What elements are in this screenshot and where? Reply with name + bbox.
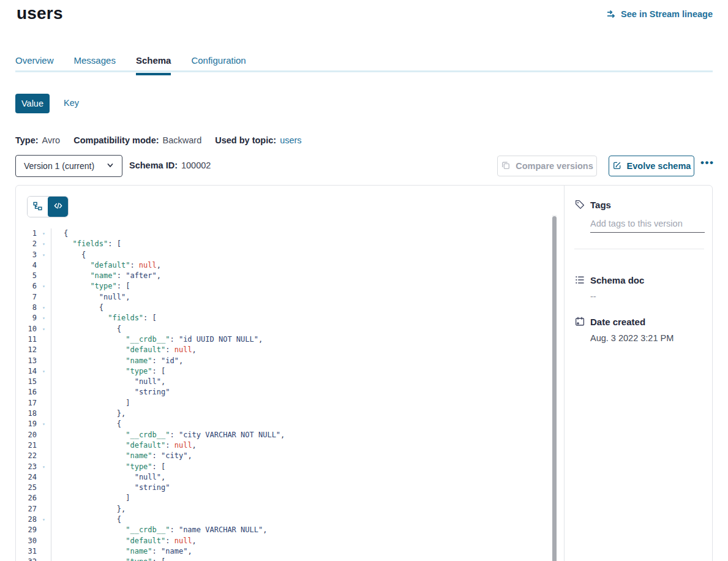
code-text: "null", [51,377,552,387]
schema-doc-value: -- [590,292,704,301]
fold-toggle-icon[interactable]: ▾ [37,303,51,313]
line-number: 27 [16,504,37,514]
tags-section: Tags [574,199,704,233]
version-select-value: Version 1 (current) [24,161,94,171]
tree-view-button[interactable] [28,197,48,217]
code-line: 15"null", [16,377,552,387]
fold-toggle-icon[interactable]: ▾ [37,250,51,260]
line-number: 24 [16,472,37,483]
fold-toggle-icon[interactable]: ▾ [37,239,51,249]
fold-spacer [37,345,51,355]
code-text: "default": null, [51,260,552,271]
line-number: 23 [16,462,37,472]
compatibility-value: Backward [163,135,202,145]
tab-overview[interactable]: Overview [15,55,54,75]
fold-toggle-icon[interactable]: ▾ [37,366,51,377]
used-by-topic-link[interactable]: users [280,135,301,145]
stream-lineage-icon [606,9,617,20]
code-line: 21"default": null, [16,440,552,451]
code-text: "name": "id", [51,356,552,366]
code-text: "type": [ [51,281,552,292]
fold-spacer [37,271,51,281]
stream-lineage-link[interactable]: See in Stream lineage [606,9,713,20]
code-line: 8▾{ [16,303,552,313]
fold-spacer [37,483,51,493]
fold-spacer [37,536,51,546]
tab-schema[interactable]: Schema [136,55,171,75]
evolve-schema-button[interactable]: Evolve schema [609,156,694,176]
fold-toggle-icon[interactable]: ▾ [37,514,51,525]
code-line: 25"string" [16,483,552,493]
fold-toggle-icon[interactable]: ▾ [37,324,51,334]
code-line: 31"name": "name", [16,546,552,557]
code-editor[interactable]: 1▾{2▾"fields": [3▾{4"default": null,5"na… [16,228,552,561]
code-text: { [51,514,552,525]
fold-spacer [37,525,51,535]
code-text: "__crdb__": "id UUID NOT NULL", [51,334,552,345]
code-line: 18}, [16,409,552,419]
code-line: 11"__crdb__": "id UUID NOT NULL", [16,334,552,345]
fold-toggle-icon[interactable]: ▾ [37,557,51,561]
code-text: { [51,250,552,260]
tags-input[interactable] [590,219,705,233]
line-number: 16 [16,387,37,397]
value-toggle-button[interactable]: Value [15,94,50,113]
code-line: 30"default": null, [16,536,552,546]
fold-spacer [37,493,51,503]
list-icon [574,274,585,285]
type-label: Type: [15,135,39,145]
line-number: 26 [16,493,37,503]
fold-toggle-icon[interactable]: ▾ [37,313,51,323]
fold-toggle-icon[interactable]: ▾ [37,228,51,239]
schema-id-value: 100002 [181,160,211,170]
code-line: 9▾"fields": [ [16,313,552,323]
code-text: "fields": [ [51,239,552,249]
editor-scrollbar-thumb[interactable] [552,216,557,561]
compare-versions-button[interactable]: Compare versions [497,156,597,176]
schema-id-label: Schema ID: [129,160,178,170]
date-created-value: Aug. 3 2022 3:21 PM [590,333,704,343]
code-line: 28▾{ [16,514,552,525]
version-select[interactable]: Version 1 (current) [15,155,122,177]
fold-spacer [37,451,51,461]
code-text: "null", [51,472,552,483]
line-number: 11 [16,334,37,345]
more-actions-button[interactable]: ••• [700,157,714,169]
fold-spacer [37,387,51,397]
line-number: 4 [16,260,37,271]
line-number: 8 [16,303,37,313]
fold-spacer [37,398,51,409]
key-toggle-link[interactable]: Key [64,98,79,108]
line-number: 19 [16,419,37,429]
code-text: "string" [51,387,552,397]
line-number: 25 [16,483,37,493]
schema-doc-title: Schema doc [590,275,644,285]
tab-configuration[interactable]: Configuration [191,55,246,75]
schema-meta-row: Type: Avro Compatibility mode: Backward … [15,135,302,145]
type-value: Avro [42,135,61,145]
tab-messages[interactable]: Messages [74,55,116,75]
tree-view-icon [32,201,43,213]
schema-id: Schema ID: 100002 [129,160,211,170]
code-text: "fields": [ [51,313,552,323]
code-view-button[interactable] [48,197,68,217]
fold-spacer [37,472,51,483]
fold-toggle-icon[interactable]: ▾ [37,281,51,292]
code-line: 17] [16,398,552,409]
stream-lineage-label: See in Stream lineage [621,9,713,19]
fold-toggle-icon[interactable]: ▾ [37,462,51,472]
editor-mode-toggle [27,196,69,217]
evolve-schema-label: Evolve schema [627,161,691,171]
line-number: 22 [16,451,37,461]
line-number: 9 [16,313,37,323]
line-number: 1 [16,228,37,239]
fold-spacer [37,377,51,387]
code-line: 2▾"fields": [ [16,239,552,249]
code-text: { [51,324,552,334]
code-text: { [51,228,552,239]
line-number: 5 [16,271,37,281]
line-number: 32 [16,557,37,561]
fold-spacer [37,546,51,557]
fold-toggle-icon[interactable]: ▾ [37,419,51,429]
code-text: ] [51,398,552,409]
